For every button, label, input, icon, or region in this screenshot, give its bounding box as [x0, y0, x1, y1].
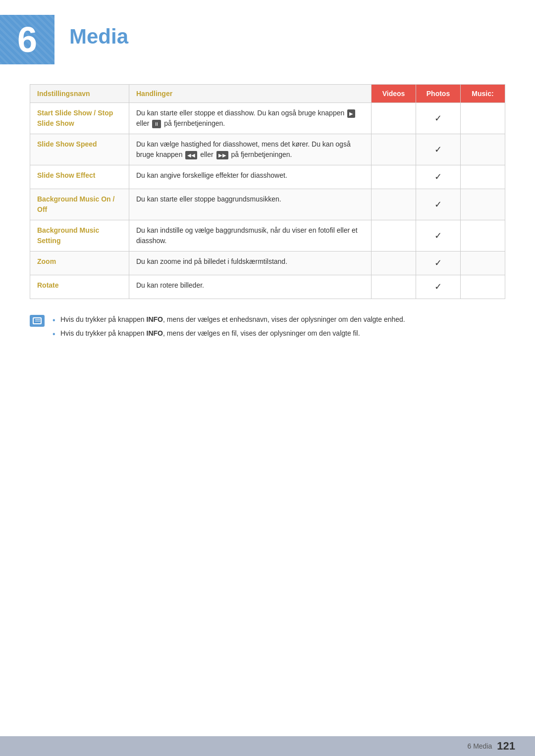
note-item-0: Hvis du trykker på knappen INFO, mens de… — [53, 314, 505, 325]
table-row-videos-2 — [372, 165, 416, 189]
table-row-name-5: Zoom — [30, 252, 129, 275]
table-row-action-1: Du kan vælge hastighed for diasshowet, m… — [129, 134, 372, 165]
content-area: Indstillingsnavn Handlinger Videos Photo… — [0, 84, 535, 342]
table-row-music-3 — [461, 189, 505, 220]
chapter-title: Media — [54, 15, 128, 49]
table-row-photos-6: ✓ — [416, 275, 461, 299]
table-row-photos-4: ✓ — [416, 220, 461, 252]
table-row-videos-0 — [372, 103, 416, 134]
table-row-action-4: Du kan indstille og vælge baggrundsmusik… — [129, 220, 372, 252]
note-item-1: Hvis du trykker på knappen INFO, mens de… — [53, 328, 505, 339]
table-row-action-0: Du kan starte eller stoppe et diasshow. … — [129, 103, 372, 134]
table-row-action-5: Du kan zoome ind på billedet i fuldskærm… — [129, 252, 372, 275]
table-row-photos-2: ✓ — [416, 165, 461, 189]
footer-page-number: 121 — [497, 740, 515, 753]
page-footer: 6 Media 121 — [0, 736, 535, 756]
table-row-name-4: Background Music Setting — [30, 220, 129, 252]
table-row-music-2 — [461, 165, 505, 189]
table-row-music-4 — [461, 220, 505, 252]
table-row-music-0 — [461, 103, 505, 134]
table-row-photos-1: ✓ — [416, 134, 461, 165]
table-row-photos-0: ✓ — [416, 103, 461, 134]
table-row-videos-4 — [372, 220, 416, 252]
header-action: Handlinger — [129, 85, 372, 103]
table-row-name-2: Slide Show Effect — [30, 165, 129, 189]
table-row-videos-6 — [372, 275, 416, 299]
header-videos: Videos — [372, 85, 416, 103]
chapter-block: 6 — [0, 15, 54, 64]
table-row-name-1: Slide Show Speed — [30, 134, 129, 165]
table-row-action-2: Du kan angive forskellige effekter for d… — [129, 165, 372, 189]
table-row-action-6: Du kan rotere billeder. — [129, 275, 372, 299]
table-row-videos-5 — [372, 252, 416, 275]
page-header: 6 Media — [0, 0, 535, 69]
note-icon — [30, 315, 45, 327]
header-photos: Photos — [416, 85, 461, 103]
header-music: Music: — [461, 85, 505, 103]
footer-section-label: 6 Media — [467, 742, 492, 750]
table-row-photos-5: ✓ — [416, 252, 461, 275]
settings-table: Indstillingsnavn Handlinger Videos Photo… — [30, 84, 505, 299]
table-row-name-3: Background Music On / Off — [30, 189, 129, 220]
chapter-number: 6 — [17, 22, 37, 57]
header-name: Indstillingsnavn — [30, 85, 129, 103]
table-row-music-1 — [461, 134, 505, 165]
table-row-videos-1 — [372, 134, 416, 165]
table-row-videos-3 — [372, 189, 416, 220]
notes-section: Hvis du trykker på knappen INFO, mens de… — [30, 314, 505, 342]
table-row-action-3: Du kan starte eller stoppe baggrundsmusi… — [129, 189, 372, 220]
table-row-name-0: Start Slide Show / Stop Slide Show — [30, 103, 129, 134]
table-row-name-6: Rotate — [30, 275, 129, 299]
table-row-music-6 — [461, 275, 505, 299]
notes-list: Hvis du trykker på knappen INFO, mens de… — [53, 314, 505, 342]
note-icon-graphic — [33, 317, 42, 324]
table-row-photos-3: ✓ — [416, 189, 461, 220]
table-row-music-5 — [461, 252, 505, 275]
